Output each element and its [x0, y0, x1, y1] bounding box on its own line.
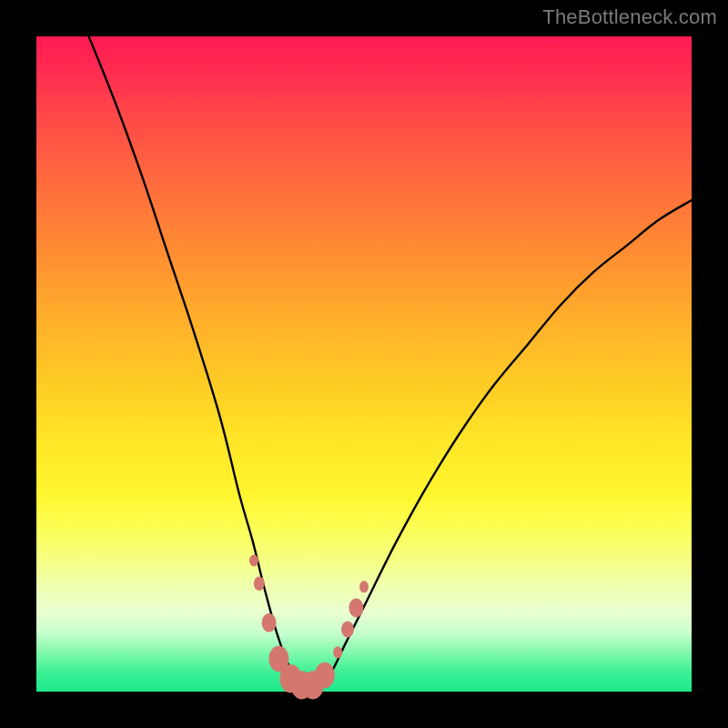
- chart-frame: TheBottleneck.com: [0, 0, 728, 728]
- plot-area: [36, 36, 692, 692]
- trough-marker: [333, 646, 342, 658]
- trough-marker: [254, 576, 265, 591]
- curve-layer: [36, 36, 692, 692]
- bottleneck-curve: [89, 36, 692, 687]
- trough-marker: [315, 662, 335, 689]
- trough-marker: [349, 598, 363, 617]
- watermark-text: TheBottleneck.com: [542, 5, 717, 29]
- trough-marker: [249, 555, 258, 567]
- trough-marker: [262, 613, 277, 632]
- trough-marker: [341, 622, 354, 638]
- trough-markers: [249, 555, 369, 700]
- trough-marker: [359, 581, 369, 592]
